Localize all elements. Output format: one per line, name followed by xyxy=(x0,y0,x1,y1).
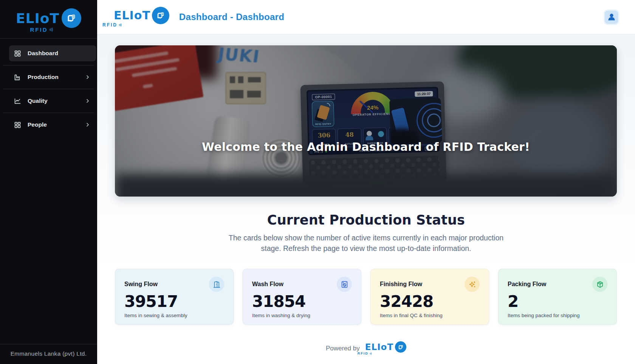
sewing-machine-logo-icon xyxy=(62,8,81,28)
company-footer: Emmanuels Lanka (pvt) Ltd. xyxy=(0,344,97,364)
sidebar-logo: ELIoT RFID xyxy=(0,0,97,38)
chevron-right-icon xyxy=(85,122,91,128)
brand-sub-label: RFID xyxy=(358,352,369,355)
stat-card-swing-flow: Swing Flow 39517 Items in sewing & assem… xyxy=(115,269,234,325)
hero-overlay xyxy=(115,45,617,197)
stat-card-caption: Items in sewing & assembly xyxy=(124,313,224,318)
sidebar-item-label: People xyxy=(28,121,47,128)
stat-card-title: Swing Flow xyxy=(124,281,158,288)
stat-card-title: Wash Flow xyxy=(252,281,283,288)
welcome-heading: Welcome to the Admin Dashboard of RFID T… xyxy=(115,140,617,153)
dashboard-content: JUKI OP-00001 11:20:37 xyxy=(97,34,635,364)
main-area: ELIoT RFID Dashboard - Dashboard xyxy=(97,0,635,364)
stat-card-title: Finishing Flow xyxy=(380,281,422,288)
sewing-machine-logo-icon xyxy=(152,7,169,24)
brand-sub-label: RFID xyxy=(30,26,48,33)
user-avatar-button[interactable] xyxy=(604,9,619,25)
stat-card-finishing-flow: Finishing Flow 32428 Items in final QC &… xyxy=(370,269,489,325)
brand-name: ELIoT xyxy=(114,9,150,22)
stat-card-value: 31854 xyxy=(252,293,352,310)
topbar: ELIoT RFID Dashboard - Dashboard xyxy=(97,0,635,34)
section-subtitle: The cards below show the number of activ… xyxy=(215,233,517,254)
sidebar-item-people[interactable]: People xyxy=(9,117,96,133)
app: ELIoT RFID Dashboard xyxy=(0,0,635,364)
chevron-right-icon xyxy=(85,74,91,80)
washing-machine-icon xyxy=(337,277,352,292)
door-open-icon xyxy=(209,277,224,292)
brand-sub: RFID xyxy=(358,352,406,355)
stat-card-caption: Items in final QC & finishing xyxy=(380,313,480,318)
brand-sub: RFID xyxy=(30,26,54,33)
rfid-waves-icon xyxy=(118,23,123,27)
powered-by-label: Powered by xyxy=(326,345,360,352)
subtitle-line-1: The cards below show the number of activ… xyxy=(229,234,503,242)
stat-card-caption: Items in washing & drying xyxy=(252,313,352,318)
dashboard-grid-icon xyxy=(14,50,22,57)
sparkles-icon xyxy=(465,277,480,292)
subtitle-line-2: stage. Refresh the page to view the most… xyxy=(261,244,471,252)
sidebar-nav: Dashboard Production Quality xyxy=(0,39,97,133)
sidebar-item-label: Dashboard xyxy=(28,50,58,57)
stat-card-title: Packing Flow xyxy=(508,281,546,288)
stat-card-value: 2 xyxy=(508,293,607,310)
brand-sub-label: RFID xyxy=(102,22,118,28)
sidebar-item-production[interactable]: Production xyxy=(9,69,96,85)
nav-divider xyxy=(3,89,94,89)
sewing-machine-logo-icon xyxy=(395,341,406,353)
stat-card-wash-flow: Wash Flow 31854 Items in washing & dryin… xyxy=(243,269,361,325)
powered-by-footer: Powered by ELIoT RFID xyxy=(97,341,635,355)
people-grid-icon xyxy=(14,121,22,129)
sidebar-item-label: Quality xyxy=(28,98,48,104)
rfid-waves-icon xyxy=(49,27,54,33)
rfid-waves-icon xyxy=(369,352,373,355)
sidebar-item-label: Production xyxy=(28,74,59,81)
nav-divider xyxy=(3,65,94,65)
page-title: Dashboard - Dashboard xyxy=(179,12,284,22)
factory-icon xyxy=(14,73,22,81)
package-icon xyxy=(592,277,607,292)
brand-name: ELIoT xyxy=(365,342,393,352)
sidebar-item-quality[interactable]: Quality xyxy=(9,93,96,109)
header-logo[interactable]: ELIoT RFID xyxy=(114,7,169,28)
brand-sub: RFID xyxy=(102,22,169,28)
brand-name: ELIoT xyxy=(16,11,59,26)
stat-card-value: 32428 xyxy=(380,293,480,310)
person-icon xyxy=(607,12,616,22)
line-chart-icon xyxy=(14,97,22,105)
stat-card-packing-flow: Packing Flow 2 Items being packed for sh… xyxy=(498,269,617,325)
sidebar-item-dashboard[interactable]: Dashboard xyxy=(9,45,96,61)
stat-card-value: 39517 xyxy=(124,293,224,310)
sidebar: ELIoT RFID Dashboard xyxy=(0,0,97,364)
stat-cards-row: Swing Flow 39517 Items in sewing & assem… xyxy=(115,269,617,325)
hero-banner: JUKI OP-00001 11:20:37 xyxy=(115,45,617,197)
nav-divider xyxy=(3,113,94,113)
stat-card-caption: Items being packed for shipping xyxy=(508,313,607,318)
footer-logo: ELIoT RFID xyxy=(365,341,406,355)
section-title: Current Production Status xyxy=(97,212,635,228)
chevron-right-icon xyxy=(85,98,91,104)
